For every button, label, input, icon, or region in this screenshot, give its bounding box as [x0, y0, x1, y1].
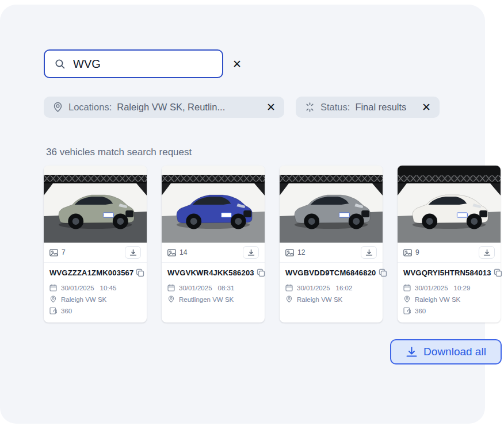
download-icon: [406, 346, 418, 358]
remove-status-filter-button[interactable]: ✕: [422, 102, 431, 113]
date-text: 30/01/2025: [61, 285, 94, 291]
search-box[interactable]: ✕: [44, 49, 223, 78]
copy-icon: [494, 268, 502, 277]
location-pin-icon: [167, 295, 175, 303]
photo-count: 9: [415, 248, 419, 256]
photo-count-row: 9: [398, 243, 501, 262]
photo-count: 7: [62, 248, 66, 256]
vin-text: WVGBVDD9TCM6846820: [285, 268, 376, 278]
date-row: 30/01/2025 08:31: [167, 284, 259, 291]
date-text: 30/01/2025: [415, 285, 448, 291]
spin-360-icon: [49, 307, 57, 314]
location-text: Raleigh VW SK: [297, 296, 342, 303]
copy-vin-button[interactable]: [379, 268, 387, 279]
filter-label: Status:: [320, 102, 350, 113]
location-text: Raleigh VW SK: [61, 296, 106, 303]
time-text: 10:29: [454, 285, 471, 291]
filter-chip-locations[interactable]: Locations: Raleigh VW SK, Reutlin... ✕: [44, 97, 284, 118]
download-icon: [365, 249, 373, 256]
copy-icon: [136, 268, 144, 277]
close-icon: ✕: [422, 102, 431, 113]
download-icon: [247, 249, 255, 256]
copy-vin-button[interactable]: [494, 268, 502, 279]
photos-icon: [403, 249, 412, 256]
copy-vin-button[interactable]: [257, 268, 265, 279]
copy-vin-button[interactable]: [136, 268, 144, 279]
search-icon: [54, 58, 66, 70]
vehicle-info: WVGVKWR4JKK586203: [162, 263, 265, 323]
download-card-button[interactable]: [125, 246, 141, 259]
photo-count-row: 12: [280, 243, 383, 262]
copy-icon: [257, 268, 265, 277]
date-row: 30/01/2025 10:45: [49, 284, 141, 291]
location-text: Reutlingen VW SK: [179, 296, 234, 303]
results-summary: 36 vehicles match search request: [46, 147, 192, 158]
spin-360-text: 360: [415, 308, 426, 314]
download-all-button[interactable]: Download all: [390, 339, 502, 364]
close-icon: ✕: [232, 59, 242, 70]
vin-text: WVGVKWR4JKK586203: [167, 268, 254, 278]
vehicle-photo[interactable]: [398, 166, 501, 243]
photos-icon: [167, 249, 176, 256]
filter-chip-status[interactable]: Status: Final results ✕: [296, 97, 440, 118]
location-pin-icon: [52, 102, 63, 113]
location-row: Raleigh VW SK: [285, 295, 377, 303]
photos-icon: [285, 249, 294, 256]
date-row: 30/01/2025 16:02: [285, 284, 377, 291]
location-text: Raleigh VW SK: [415, 296, 460, 303]
photo-count: 12: [297, 248, 305, 256]
vin-text: WVGZZZA1ZMK003567: [49, 268, 133, 278]
vin-text: WVGQRYI5HTRN584013: [403, 268, 491, 278]
search-input[interactable]: [73, 57, 226, 71]
download-card-button[interactable]: [243, 246, 259, 259]
spin-360-icon: [403, 307, 411, 314]
location-row: Reutlingen VW SK: [167, 295, 259, 303]
vehicle-card[interactable]: 12 WVGBVDD9TCM6846820: [280, 166, 383, 323]
time-text: 08:31: [218, 285, 235, 291]
vehicle-card[interactable]: 14 WVGVKWR4JKK586203: [162, 166, 265, 323]
location-row: Raleigh VW SK: [49, 295, 141, 303]
download-all-label: Download all: [423, 346, 486, 358]
spin-360-text: 360: [61, 308, 72, 314]
vehicle-photo[interactable]: [162, 166, 265, 243]
app-window: ✕ Locations: Raleigh VW SK, Reutlin... ✕…: [0, 0, 504, 426]
remove-locations-filter-button[interactable]: ✕: [266, 102, 276, 113]
filter-value: Raleigh VW SK, Reutlin...: [117, 102, 225, 113]
calendar-icon: [403, 284, 411, 291]
date-text: 30/01/2025: [179, 285, 212, 291]
location-row: Raleigh VW SK: [403, 295, 495, 303]
time-text: 16:02: [336, 285, 353, 291]
vehicle-photo[interactable]: [44, 166, 147, 243]
processing-spinner-icon: [304, 102, 315, 113]
download-card-button[interactable]: [479, 246, 495, 259]
vehicle-info: WVGQRYI5HTRN584013: [398, 263, 501, 323]
calendar-icon: [167, 284, 175, 291]
filter-value: Final results: [355, 102, 406, 113]
download-icon: [483, 249, 491, 256]
calendar-icon: [49, 284, 57, 291]
spin-360-row: 360: [403, 307, 495, 314]
photo-count: 14: [180, 248, 187, 256]
search-clear-button[interactable]: ✕: [232, 59, 242, 70]
photo-count-row: 14: [162, 243, 265, 262]
photo-count-row: 7: [44, 243, 147, 262]
date-text: 30/01/2025: [297, 285, 330, 291]
vehicle-card[interactable]: 9 WVGQRYI5HTRN584013: [398, 166, 501, 323]
date-row: 30/01/2025 10:29: [403, 284, 495, 291]
download-card-button[interactable]: [361, 246, 377, 259]
vehicle-info: WVGBVDD9TCM6846820: [280, 263, 383, 323]
vehicle-photo[interactable]: [280, 166, 383, 243]
calendar-icon: [285, 284, 293, 291]
close-icon: ✕: [266, 102, 276, 113]
time-text: 10:45: [100, 285, 117, 291]
spin-360-row: 360: [49, 307, 141, 314]
vehicle-card-grid: 7 WVGZZZA1ZMK003567: [44, 166, 501, 323]
vehicle-card[interactable]: 7 WVGZZZA1ZMK003567: [44, 166, 147, 323]
photos-icon: [49, 249, 58, 256]
download-icon: [129, 249, 137, 256]
location-pin-icon: [49, 295, 57, 303]
filter-label: Locations:: [68, 102, 112, 113]
location-pin-icon: [285, 295, 293, 303]
location-pin-icon: [403, 295, 411, 303]
vehicle-info: WVGZZZA1ZMK003567: [44, 263, 147, 323]
